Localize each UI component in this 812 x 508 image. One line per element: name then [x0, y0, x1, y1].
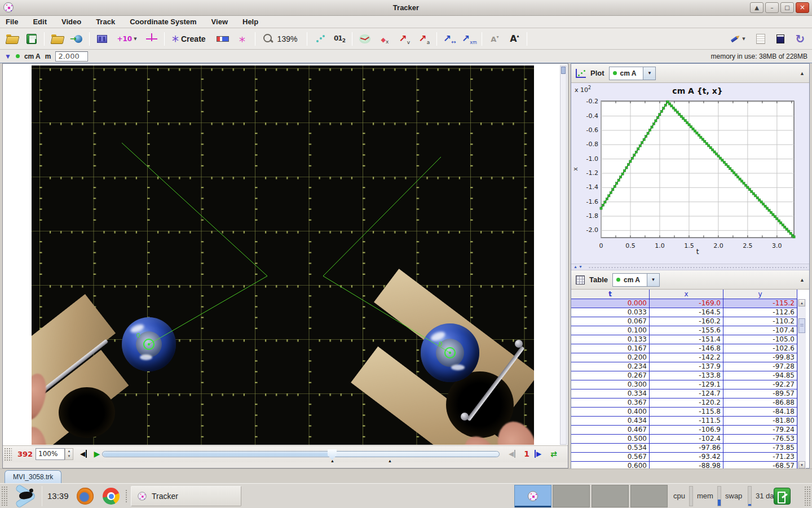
menu-item-coordinate-system[interactable]: Coordinate System — [130, 17, 196, 26]
axes-button[interactable] — [144, 32, 159, 46]
accelerations-button[interactable] — [417, 32, 431, 46]
chevron-down-icon[interactable] — [647, 274, 659, 286]
table-row[interactable]: 0.033-164.5-112.6 — [571, 308, 797, 317]
logout-button[interactable] — [774, 488, 791, 505]
table-row[interactable]: 0.000-169.0-115.2 — [571, 299, 797, 308]
step-size-value[interactable]: 1 — [522, 449, 532, 459]
table-row[interactable]: 0.600-88.98-68.57 — [571, 462, 797, 468]
loop-button[interactable] — [549, 449, 559, 459]
track-menu-icon[interactable] — [5, 52, 11, 60]
document-tab[interactable]: MVI_3058.trk — [5, 470, 61, 484]
table-row[interactable]: 0.133-151.4-105.0 — [571, 335, 797, 344]
video-vertical-scrollbar[interactable] — [560, 65, 567, 445]
positions-button[interactable] — [377, 32, 392, 46]
table-row[interactable]: 0.534-97.86-73.85 — [571, 444, 797, 453]
scrollbar-thumb[interactable] — [561, 67, 566, 74]
table-row[interactable]: 0.434-111.5-81.80 — [571, 417, 797, 426]
step-back-button[interactable] — [507, 449, 517, 459]
chart-canvas[interactable] — [571, 83, 809, 264]
mem-monitor-bar[interactable] — [717, 486, 721, 506]
table-row[interactable]: 0.067-160.2-110.2 — [571, 317, 797, 326]
workspace-3[interactable] — [592, 485, 629, 507]
firefox-launcher-icon[interactable] — [77, 488, 94, 505]
open-file-button[interactable] — [5, 32, 19, 46]
menu-item-track[interactable]: Track — [96, 17, 115, 26]
scroll-up-button[interactable]: ▲ — [798, 299, 805, 306]
workspace-2[interactable] — [553, 485, 590, 507]
scrollbar-thumb[interactable] — [798, 318, 805, 333]
selected-track-label[interactable]: cm A — [24, 52, 41, 60]
import-video-button[interactable] — [69, 32, 84, 46]
minimize-button[interactable]: – — [765, 2, 779, 13]
table-row[interactable]: 0.400-115.8-84.18 — [571, 408, 797, 417]
menu-item-edit[interactable]: Edit — [33, 17, 47, 26]
scroll-down-button[interactable]: ▼ — [798, 461, 805, 468]
table-row[interactable]: 0.334-124.7-89.57 — [571, 389, 797, 398]
maximize-button[interactable]: □ — [780, 2, 794, 13]
table-scrollbar[interactable]: ▲ ▼ — [797, 299, 806, 468]
table-row[interactable]: 0.367-120.2-86.88 — [571, 398, 797, 408]
zoom-spinner-arrows[interactable]: ▲▼ — [65, 448, 73, 460]
vector-sum-button[interactable] — [462, 32, 476, 46]
column-header-x[interactable]: x — [650, 290, 723, 299]
mass-value-input[interactable] — [55, 51, 88, 62]
calibration-tools-button[interactable] — [114, 32, 139, 46]
create-button[interactable]: Create — [170, 33, 210, 45]
bigger-font-button[interactable] — [507, 32, 522, 46]
traces-button[interactable] — [312, 32, 327, 46]
menu-item-view[interactable]: View — [211, 17, 228, 26]
splitter-arrows-icon[interactable]: ▲▼ — [573, 265, 584, 269]
title-bar[interactable]: Tracker ▲ – □ × — [0, 0, 812, 16]
video-canvas[interactable]: 0 0 — [32, 65, 534, 445]
menu-item-file[interactable]: File — [6, 17, 18, 26]
save-button[interactable] — [24, 32, 39, 46]
reset-to-start-button[interactable] — [78, 449, 89, 459]
frame-slider[interactable] — [102, 451, 500, 457]
cpu-monitor-bar[interactable] — [689, 486, 693, 506]
player-grip[interactable] — [4, 448, 12, 461]
panel-grip[interactable] — [804, 486, 811, 506]
table-row[interactable]: 0.267-133.8-94.85 — [571, 371, 797, 380]
menu-item-help[interactable]: Help — [242, 17, 258, 26]
shade-window-button[interactable]: ▲ — [750, 2, 764, 13]
plot-collapse-button[interactable] — [800, 71, 805, 76]
step-numbers-button[interactable] — [332, 32, 347, 46]
step-forward-button[interactable] — [533, 449, 543, 459]
open-library-button[interactable] — [50, 32, 64, 46]
tape-measure-button[interactable] — [215, 32, 230, 46]
table-row[interactable]: 0.500-102.4-76.53 — [571, 435, 797, 444]
play-button[interactable] — [92, 449, 102, 459]
refresh-button[interactable] — [793, 32, 807, 46]
paths-button[interactable] — [358, 32, 372, 46]
applications-menu-button[interactable] — [14, 487, 37, 505]
table-row[interactable]: 0.234-137.9-97.28 — [571, 362, 797, 371]
table-row[interactable]: 0.167-146.8-102.6 — [571, 344, 797, 353]
swap-monitor-bar[interactable] — [748, 486, 752, 506]
video-zoom-field[interactable]: 100% — [36, 448, 65, 460]
column-header-y[interactable]: y — [723, 290, 797, 299]
table-collapse-button[interactable] — [800, 277, 805, 283]
worksheet-button[interactable] — [753, 32, 768, 46]
page-view-button[interactable] — [773, 32, 788, 46]
tracker-window-button[interactable]: Tracker — [131, 486, 241, 506]
panel-grip[interactable] — [1, 486, 8, 506]
drawings-button[interactable]: ▼ — [727, 32, 748, 46]
clip-settings-button[interactable] — [95, 32, 109, 46]
spectra-button[interactable] — [235, 32, 250, 46]
smaller-font-button[interactable] — [487, 32, 502, 46]
table-row[interactable]: 0.567-93.42-71.23 — [571, 453, 797, 462]
table-row[interactable]: 0.300-129.1-92.27 — [571, 380, 797, 389]
close-button[interactable]: × — [796, 2, 809, 13]
workspace-4[interactable] — [630, 485, 668, 507]
menu-item-video[interactable]: Video — [61, 17, 81, 26]
clock[interactable]: 13:39 — [47, 484, 69, 508]
plot-track-selector[interactable]: cm A — [609, 67, 656, 80]
chevron-down-icon[interactable] — [643, 67, 655, 80]
plot-table-splitter[interactable]: ▲▼ — [571, 264, 809, 270]
chrome-launcher-icon[interactable] — [103, 488, 120, 505]
vectors-button[interactable] — [442, 32, 457, 46]
table-row[interactable]: 0.100-155.6-107.4 — [571, 326, 797, 335]
plot-body[interactable]: x 102 cm A {t, x} x t -0.2-0.4-0.6-0.8-1… — [571, 83, 809, 264]
zoom-button[interactable]: 139% — [261, 32, 302, 46]
table-row[interactable]: 0.467-106.9-79.24 — [571, 426, 797, 435]
